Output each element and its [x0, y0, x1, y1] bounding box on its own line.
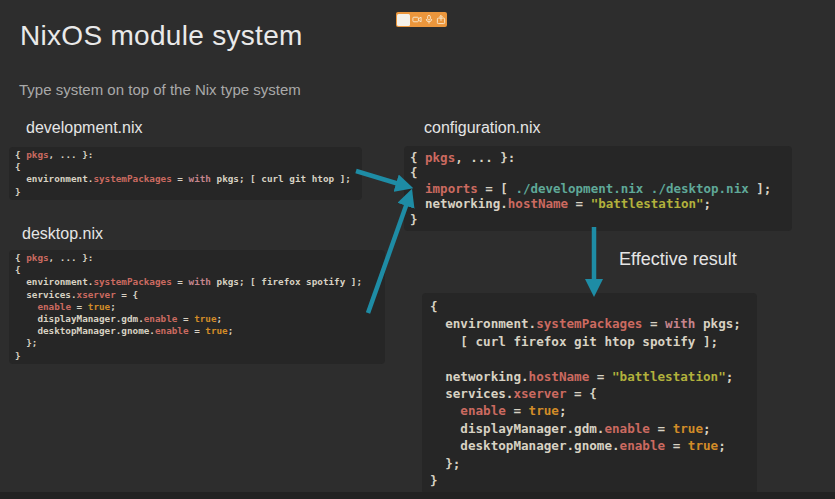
code-line: }	[410, 212, 786, 227]
code-line: { pkgs, ... }:	[15, 252, 379, 264]
desktop-nix-heading: desktop.nix	[22, 225, 103, 243]
presentation-slide: NixOS module system Type system on top o…	[0, 0, 835, 499]
microphone-icon[interactable]	[424, 14, 434, 25]
code-line: desktopManager.gnome.enable = true;	[430, 437, 749, 454]
code-line: networking.hostName = "battlestation";	[430, 368, 749, 385]
effective-result-label: Effective result	[619, 249, 737, 270]
development-nix-code-block: { pkgs, ... }:{ environment.systemPackag…	[9, 147, 362, 200]
code-line: networking.hostName = "battlestation";	[410, 196, 786, 211]
code-line: }	[15, 350, 379, 362]
bottom-strip	[0, 492, 835, 499]
code-line: { pkgs, ... }:	[410, 150, 786, 165]
configuration-nix-code-block: { pkgs, ... }:{ imports = [ ./developmen…	[404, 146, 792, 231]
code-line: environment.systemPackages = with pkgs; …	[15, 173, 356, 185]
camera-icon[interactable]	[412, 14, 422, 25]
code-line: desktopManager.gnome.enable = true;	[15, 325, 379, 337]
desktop-nix-code-block: { pkgs, ... }:{ environment.systemPackag…	[9, 250, 385, 364]
code-line: {	[15, 264, 379, 276]
code-line: environment.systemPackages = with pkgs;	[430, 315, 749, 332]
code-line: enable = true;	[15, 301, 379, 313]
code-line: };	[15, 337, 379, 349]
code-line: }	[15, 186, 356, 198]
recording-widget[interactable]	[396, 12, 447, 27]
code-line: imports = [ ./development.nix ./desktop.…	[410, 181, 786, 196]
code-line: displayManager.gdm.enable = true;	[430, 420, 749, 437]
effective-result-code-block: { environment.systemPackages = with pkgs…	[422, 293, 757, 494]
code-line: };	[430, 455, 749, 472]
share-icon[interactable]	[436, 14, 446, 25]
arrow-development-to-configuration	[356, 171, 399, 184]
code-line	[430, 350, 749, 367]
code-line: services.xserver = {	[15, 289, 379, 301]
code-line: [ curl firefox git htop spotify ];	[430, 333, 749, 350]
code-line: environment.systemPackages = with pkgs; …	[15, 276, 379, 288]
code-line: {	[15, 161, 356, 173]
page-subtitle: Type system on top of the Nix type syste…	[19, 81, 301, 98]
code-line: {	[410, 165, 786, 180]
code-line: displayManager.gdm.enable = true;	[15, 313, 379, 325]
development-nix-heading: development.nix	[26, 119, 143, 137]
code-line: enable = true;	[430, 402, 749, 419]
code-line: }	[430, 472, 749, 489]
code-line: {	[430, 298, 749, 315]
page-title: NixOS module system	[20, 20, 303, 52]
configuration-nix-heading: configuration.nix	[424, 119, 541, 137]
stop-recording-button[interactable]	[397, 14, 410, 26]
code-line: services.xserver = {	[430, 385, 749, 402]
code-line: { pkgs, ... }:	[15, 149, 356, 161]
